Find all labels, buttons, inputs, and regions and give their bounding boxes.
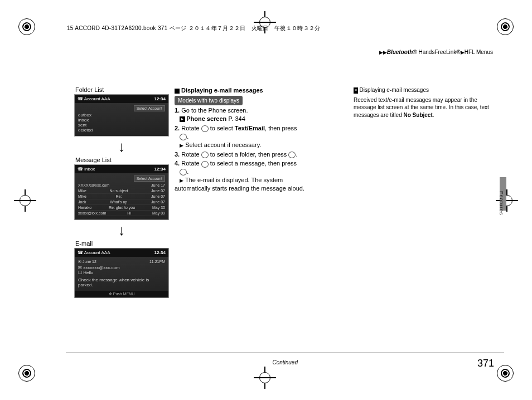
triangle-icon: ▶ (180, 178, 183, 183)
continued-label: Continued (272, 359, 298, 365)
shot-label: Folder List (75, 86, 169, 93)
crop-cross (254, 367, 276, 389)
push-icon (180, 169, 187, 175)
crop-cross (14, 189, 36, 212)
reg-mark (497, 18, 514, 35)
slug-line: 15 ACCORD 4D-31T2A6200.book 371 ページ ２０１４… (67, 25, 320, 32)
chevron-icon: » (354, 87, 358, 94)
square-bullet-icon (175, 89, 180, 94)
reg-mark (18, 18, 35, 35)
section-heading: Displaying e-mail messages (181, 87, 263, 94)
note-column: »Displaying e-mail messages Received tex… (354, 86, 499, 121)
triangle-icon: ▶ (461, 50, 465, 55)
folder-list-screenshot: ☎ Account AAA12:34 Select Account outbox… (74, 94, 169, 136)
push-icon (180, 134, 187, 140)
screenshot-column: Folder List ☎ Account AAA12:34 Select Ac… (74, 86, 169, 301)
note-heading: Displaying e-mail messages (359, 87, 429, 93)
dial-icon (201, 125, 209, 132)
email-screenshot: ☎ Account AAA12:34 ✉ June 1211:21PM ✉ xx… (74, 248, 169, 298)
shot-label: Message List (75, 157, 169, 163)
section-tab-label: Features (499, 191, 504, 216)
triangle-icon: ▶ (180, 143, 183, 148)
down-arrow-icon: ↓ (74, 222, 169, 238)
message-list-screenshot: ☎ inbox12:34 Select Account XXXXX@xxx.co… (74, 164, 169, 220)
dial-icon (201, 152, 209, 158)
ref-icon: ▸ (180, 116, 185, 122)
model-pill: Models with two displays (175, 96, 243, 106)
push-icon (288, 152, 296, 158)
page-number: 371 (477, 358, 494, 369)
dial-icon (201, 161, 209, 168)
footer-rule (66, 353, 504, 353)
triangle-icon: ▶▶ (379, 50, 387, 55)
instructions-column: Displaying e-mail messages Models with t… (175, 86, 314, 194)
down-arrow-icon: ↓ (74, 139, 169, 154)
shot-label: E-mail (75, 240, 169, 247)
reg-mark (18, 365, 35, 382)
reg-mark (497, 365, 514, 382)
breadcrumb: ▶▶Bluetooth® HandsFreeLink®▶HFL Menus (379, 49, 493, 55)
